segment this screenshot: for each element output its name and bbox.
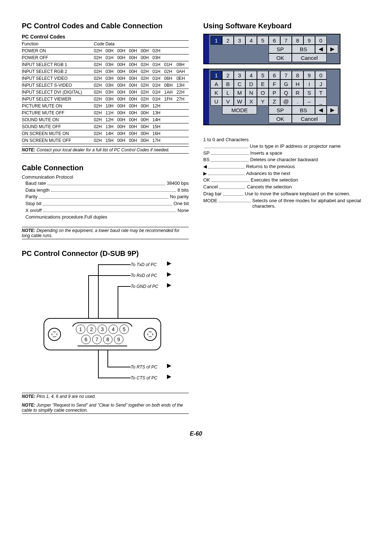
key-4[interactable]: 4 — [245, 71, 257, 80]
key-8[interactable]: 8 — [292, 71, 303, 80]
table-row: INPUT SELECT RGB 202H03H00H00H02H01H02H0… — [22, 68, 189, 75]
arrow-icon — [167, 261, 171, 266]
key-G[interactable]: G — [280, 80, 292, 88]
screw-icon — [144, 328, 157, 341]
key-U[interactable]: U — [211, 97, 222, 106]
table-pc-control-codes: Function Code Data POWER ON02H00H00H00H0… — [22, 40, 189, 144]
table-row: INPUT SELECT RGB 102H03H00H00H02H01H01H0… — [22, 61, 189, 68]
key-X[interactable]: X — [245, 97, 257, 106]
table-row: ON SCREEN MUTE OFF02H15H00H00H00H17H — [22, 137, 189, 144]
key-8[interactable]: 8 — [292, 36, 303, 45]
key-1[interactable]: 1 — [211, 36, 222, 45]
label-gnd: To GND of PC — [131, 284, 158, 289]
protocol-row: Stop bitOne bit — [25, 201, 189, 207]
key-K[interactable]: K — [211, 88, 222, 97]
key-C[interactable]: C — [234, 80, 245, 88]
table-row: ON SCREEN MUTE ON02H14H00H00H00H16H — [22, 130, 189, 137]
note-jumper: NOTE: Jumper "Request to Send" and "Clea… — [22, 402, 189, 414]
key-ok[interactable]: OK — [269, 114, 292, 123]
table-row: SOUND MUTE OFF02H13H00H00H00H15H — [22, 123, 189, 130]
key-left-arrow[interactable]: ◀ — [315, 106, 327, 114]
alpha-keyboard-panel: 1234567890 ABCDEFGHIJ KLMNOPQRST UVWXYZ@… — [203, 69, 340, 125]
key-bs[interactable]: BS — [292, 45, 315, 53]
key-2[interactable]: 2 — [222, 71, 234, 80]
key-F[interactable]: F — [269, 80, 280, 88]
key-6[interactable]: 6 — [269, 36, 280, 45]
key-left-arrow[interactable]: ◀ — [315, 45, 327, 53]
note-baud: NOTE: Depending on the equipment, a lowe… — [22, 227, 189, 239]
legend-row: ◀Returns to the previous — [203, 164, 370, 170]
protocol-row: Data length8 bits — [25, 187, 189, 194]
arrow-icon — [167, 283, 171, 288]
key-I[interactable]: I — [303, 80, 315, 88]
note-pins: NOTE: Pins 1, 4, 6 and 9 are no used. — [22, 393, 189, 400]
key-–[interactable]: – — [303, 97, 315, 106]
key-7[interactable]: 7 — [280, 36, 292, 45]
pin-5: 5 — [119, 325, 129, 334]
key-sp[interactable]: SP — [269, 106, 292, 114]
key-right-arrow[interactable]: ▶ — [327, 106, 338, 114]
key-J[interactable]: J — [315, 80, 327, 88]
key-S[interactable]: S — [303, 88, 315, 97]
key-bs[interactable]: BS — [292, 106, 315, 114]
key-@[interactable]: @ — [280, 97, 292, 106]
key-_[interactable]: _ — [315, 97, 327, 106]
pin-block: 12345 6789 — [72, 322, 133, 346]
key-1[interactable]: 1 — [211, 71, 222, 80]
key-ok[interactable]: OK — [269, 53, 292, 62]
legend-row: CancelCancels the selection — [203, 184, 370, 190]
key-0[interactable]: 0 — [315, 71, 327, 80]
key-B[interactable]: B — [222, 80, 234, 88]
table-row: INPUT SELECT VIEWER02H03H00H00H02H01H1FH… — [22, 96, 189, 103]
key-O[interactable]: O — [257, 88, 269, 97]
key-5[interactable]: 5 — [257, 36, 269, 45]
key-0[interactable]: 0 — [315, 36, 327, 45]
heading-using-software-keyboard: Using Software Keyboard — [203, 22, 370, 30]
key-R[interactable]: R — [292, 88, 303, 97]
pin-8: 8 — [103, 335, 113, 344]
key-6[interactable]: 6 — [269, 71, 280, 80]
key-A[interactable]: A — [211, 80, 222, 88]
legend-intro: 1 to 0 and Characters — [203, 137, 370, 142]
key-4[interactable]: 4 — [245, 36, 257, 45]
key-5[interactable]: 5 — [257, 71, 269, 80]
key-right-arrow[interactable]: ▶ — [327, 45, 338, 53]
key-E[interactable]: E — [257, 80, 269, 88]
key-H[interactable]: H — [292, 80, 303, 88]
key-cancel[interactable]: Cancel — [292, 53, 327, 62]
dsub-connector-diagram: To TxD of PC To RxD of PC To GND of PC T… — [22, 260, 189, 391]
key-D[interactable]: D — [245, 80, 257, 88]
key-L[interactable]: L — [222, 88, 234, 97]
arrow-icon — [167, 272, 171, 277]
pin-4: 4 — [109, 325, 118, 334]
legend-row: MODESelects one of three modes for alpha… — [203, 198, 370, 209]
key-W[interactable]: W — [234, 97, 245, 106]
key-2[interactable]: 2 — [222, 36, 234, 45]
key-9[interactable]: 9 — [303, 36, 315, 45]
table-row: INPUT SELECT S-VIDEO02H03H00H00H02H01H0B… — [22, 82, 189, 89]
legend-row: OKExecutes the selection — [203, 177, 370, 183]
key-Z[interactable]: Z — [269, 97, 280, 106]
legend-row: BSDeletes one character backward — [203, 157, 370, 163]
subheading-pc-control-codes: PC Control Codes — [22, 34, 189, 40]
table-row: POWER ON02H00H00H00H00H02H — [22, 48, 189, 54]
key-sp[interactable]: SP — [269, 45, 292, 53]
key-3[interactable]: 3 — [234, 36, 245, 45]
key-9[interactable]: 9 — [303, 71, 315, 80]
key-mode[interactable]: MODE — [222, 106, 257, 114]
key-7[interactable]: 7 — [280, 71, 292, 80]
heading-pc-control-codes-cable: PC Control Codes and Cable Connection — [22, 22, 189, 30]
key-.[interactable]: . — [292, 97, 303, 106]
key-V[interactable]: V — [222, 97, 234, 106]
key-M[interactable]: M — [234, 88, 245, 97]
key-P[interactable]: P — [269, 88, 280, 97]
protocol-row: Communications procedure . Full duplex — [25, 214, 189, 220]
key-cancel[interactable]: Cancel — [292, 114, 327, 123]
key-N[interactable]: N — [245, 88, 257, 97]
table-row: INPUT SELECT DVI (DIGITAL)02H03H00H00H02… — [22, 89, 189, 96]
key-3[interactable]: 3 — [234, 71, 245, 80]
key-Q[interactable]: Q — [280, 88, 292, 97]
key-T[interactable]: T — [315, 88, 327, 97]
table-row: SOUND MUTE ON02H12H00H00H00H14H — [22, 117, 189, 123]
key-Y[interactable]: Y — [257, 97, 269, 106]
